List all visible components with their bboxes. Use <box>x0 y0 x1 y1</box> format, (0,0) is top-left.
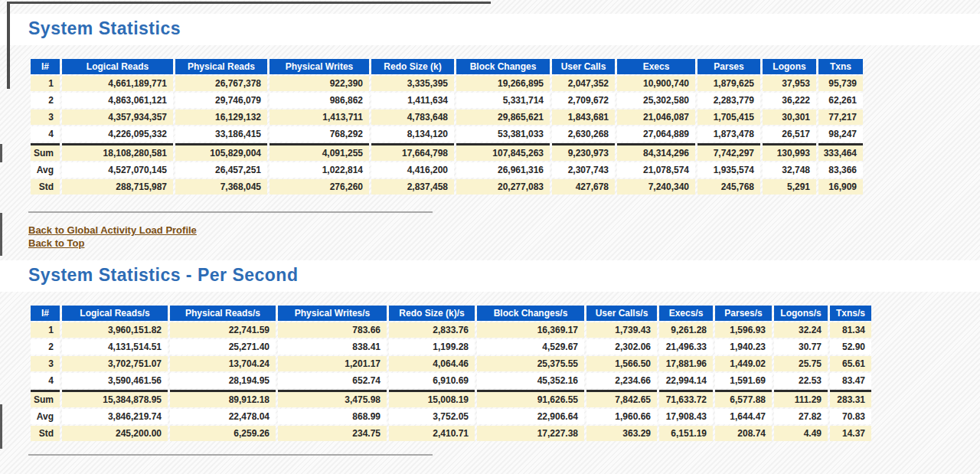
cell: 4,091,255 <box>270 143 369 161</box>
header-row: I#Logical Reads/sPhysical Reads/sPhysica… <box>31 306 871 321</box>
column-header: Parses <box>697 59 760 74</box>
cell: 7,742,297 <box>697 143 760 161</box>
cell: 13,704.24 <box>170 356 276 371</box>
cell: 15,384,878.95 <box>62 390 168 407</box>
cell: 1,413,711 <box>270 110 369 125</box>
column-header: Block Changes <box>456 59 550 74</box>
table-row: 14,661,189,77126,767,378922,3903,335,395… <box>31 76 863 91</box>
cell: 288,715,987 <box>62 179 173 195</box>
cell: 868.99 <box>278 409 387 424</box>
cell: 5,331,714 <box>456 93 550 108</box>
cell: 1,879,625 <box>697 76 760 91</box>
cell: 27,064,889 <box>617 126 695 142</box>
cell: 4,661,189,771 <box>62 76 173 91</box>
cell: 4 <box>31 126 60 142</box>
column-header: Logons <box>763 59 816 74</box>
cell: 1,199.28 <box>389 339 475 355</box>
cell: 22.53 <box>774 373 828 388</box>
cell: 105,829,004 <box>175 143 267 161</box>
table-row: 34,357,934,35716,129,1321,413,7114,783,6… <box>31 110 863 125</box>
cell: 1,960.66 <box>586 409 657 424</box>
cell: 26,961,316 <box>456 162 550 178</box>
back-to-global-activity-load-profile-link[interactable]: Back to Global Activity Load Profile <box>28 224 197 237</box>
cell: 22,478.04 <box>170 409 276 424</box>
cell: 2,307,743 <box>552 162 615 178</box>
back-to-top-link[interactable]: Back to Top <box>28 237 84 250</box>
cell: 3,335,395 <box>371 76 454 91</box>
cell: 70.83 <box>830 409 871 424</box>
cell: 3,960,151.82 <box>62 322 168 338</box>
cell: 4,226,095,332 <box>62 126 173 142</box>
cell: 2,302.06 <box>586 339 657 355</box>
cell: 83,366 <box>818 162 863 178</box>
cell: 98,247 <box>818 126 863 142</box>
cell: 17,227.38 <box>477 426 584 441</box>
cell: 29,746,079 <box>175 93 267 108</box>
cell: 6,910.69 <box>389 373 475 388</box>
cell: 29,865,621 <box>456 110 550 125</box>
cell: 77,217 <box>818 110 863 125</box>
cell: 33,186,415 <box>175 126 267 142</box>
column-header: Txns <box>818 59 863 74</box>
left-edge-artifact <box>0 404 2 449</box>
cell: 84,314,296 <box>617 143 695 161</box>
cell: 208.74 <box>715 426 772 441</box>
cell: Sum <box>31 143 60 161</box>
back-links: Back to Global Activity Load Profile Bac… <box>28 224 980 250</box>
cell: 6,577.88 <box>715 390 772 407</box>
cell: 783.66 <box>278 322 387 338</box>
window-border-left-artifact <box>7 2 10 89</box>
cell: 18,108,280,581 <box>62 143 173 161</box>
cell: 1 <box>31 322 60 338</box>
cell: Avg <box>31 409 60 424</box>
left-edge-artifact <box>0 213 2 256</box>
cell: 7,368,045 <box>175 179 267 195</box>
cell: 2,630,268 <box>552 126 615 142</box>
cell: 922,390 <box>270 76 369 91</box>
cell: 21,496.33 <box>659 339 713 355</box>
cell: 1,935,574 <box>697 162 760 178</box>
cell: 15,008.19 <box>389 390 475 407</box>
cell: 2 <box>31 93 60 108</box>
system-statistics-per-second-table: I#Logical Reads/sPhysical Reads/sPhysica… <box>28 304 874 443</box>
summary-row: Sum15,384,878.9589,912.183,475.9815,008.… <box>31 390 871 407</box>
cell: 4.49 <box>774 426 828 441</box>
cell: 3,590,461.56 <box>62 373 168 388</box>
column-header: Txns/s <box>830 306 871 321</box>
cell: 1,449.02 <box>715 356 772 371</box>
cell: 4,416,200 <box>371 162 454 178</box>
cell: 2,283,779 <box>697 93 760 108</box>
cell: 22,741.59 <box>170 322 276 338</box>
cell: 1,940.23 <box>715 339 772 355</box>
column-header: Block Changes/s <box>477 306 584 321</box>
summary-row: Std245,200.006,259.26234.752,410.7117,22… <box>31 426 871 441</box>
cell: 363.29 <box>586 426 657 441</box>
cell: 1,705,415 <box>697 110 760 125</box>
cell: 3,752.05 <box>389 409 475 424</box>
cell: 4,863,061,121 <box>62 93 173 108</box>
cell: 652.74 <box>278 373 387 388</box>
cell: 1,591.69 <box>715 373 772 388</box>
cell: 4,357,934,357 <box>62 110 173 125</box>
table-row: 44,226,095,33233,186,415768,2928,134,120… <box>31 126 863 142</box>
column-header: Logons/s <box>774 306 828 321</box>
table-row: 24,863,061,12129,746,079986,8621,411,634… <box>31 93 863 108</box>
cell: 7,842.65 <box>586 390 657 407</box>
cell: 111.29 <box>774 390 828 407</box>
cell: 17,908.43 <box>659 409 713 424</box>
cell: Sum <box>31 390 60 407</box>
column-header: Physical Reads <box>175 59 267 74</box>
cell: 37,953 <box>763 76 816 91</box>
cell: 838.41 <box>278 339 387 355</box>
column-header: Logical Reads/s <box>62 306 168 321</box>
column-header: Redo Size (k)/s <box>389 306 475 321</box>
cell: 36,222 <box>763 93 816 108</box>
cell: 2,837,458 <box>371 179 454 195</box>
cell: 89,912.18 <box>170 390 276 407</box>
cell: 2,833.76 <box>389 322 475 338</box>
cell: 4,527,070,145 <box>62 162 173 178</box>
cell: 9,230,973 <box>552 143 615 161</box>
cell: 1,201.17 <box>278 356 387 371</box>
cell: 26,457,251 <box>175 162 267 178</box>
cell: 25,302,580 <box>617 93 695 108</box>
